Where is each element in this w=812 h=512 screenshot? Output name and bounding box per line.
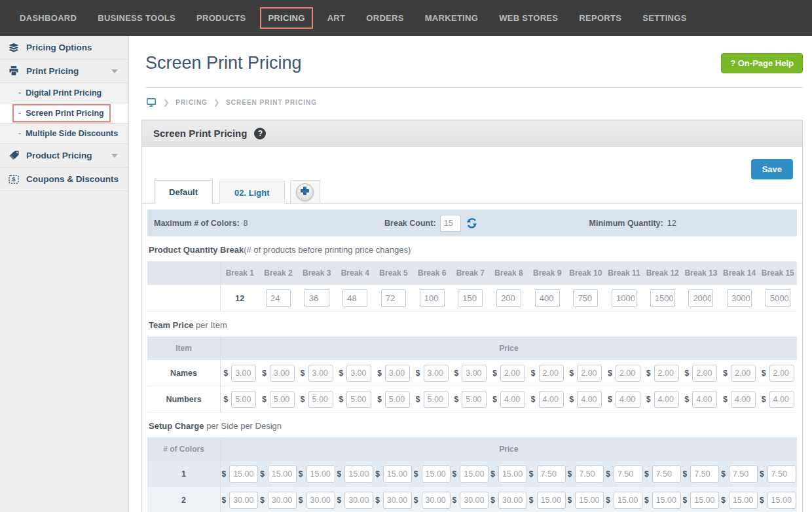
1-price-5-input[interactable] xyxy=(383,466,412,483)
numbers-price-15-input[interactable] xyxy=(769,391,794,408)
nav-item-marketing[interactable]: MARKETING xyxy=(415,7,489,29)
names-price-13-input[interactable] xyxy=(692,365,717,382)
1-price-9-input[interactable] xyxy=(537,466,566,483)
break-9-input[interactable] xyxy=(535,289,560,307)
numbers-price-2-input[interactable] xyxy=(270,391,295,408)
sidebar-item-digital-print-pricing[interactable]: -Digital Print Pricing xyxy=(0,83,128,103)
nav-item-dashboard[interactable]: DASHBOARD xyxy=(9,7,87,29)
tab-default[interactable]: Default xyxy=(154,180,213,204)
sidebar-item-coupons-discounts[interactable]: $Coupons & Discounts xyxy=(0,168,128,191)
names-price-10-input[interactable] xyxy=(577,365,602,382)
break-11-input[interactable] xyxy=(612,289,637,307)
break-8-input[interactable] xyxy=(496,289,521,307)
nav-item-business-tools[interactable]: BUSINESS TOOLS xyxy=(87,7,186,29)
numbers-price-12-input[interactable] xyxy=(654,391,679,408)
2-price-13-input[interactable] xyxy=(690,492,719,509)
chevron-down-icon[interactable] xyxy=(111,69,120,73)
numbers-price-7-input[interactable] xyxy=(462,391,487,408)
nav-item-products[interactable]: PRODUCTS xyxy=(186,7,256,29)
break-5-input[interactable] xyxy=(381,289,406,307)
2-price-9-input[interactable] xyxy=(537,492,566,509)
tab-02-light[interactable]: 02. Light xyxy=(219,181,284,204)
2-price-5-input[interactable] xyxy=(383,492,412,509)
2-price-3-input[interactable] xyxy=(306,492,335,509)
2-price-8-input[interactable] xyxy=(498,492,527,509)
2-price-2-input[interactable] xyxy=(268,492,297,509)
numbers-price-9-input[interactable] xyxy=(539,391,564,408)
numbers-price-11-input[interactable] xyxy=(616,391,640,408)
sidebar-item-print-pricing[interactable]: Print Pricing xyxy=(0,60,128,83)
nav-item-reports[interactable]: REPORTS xyxy=(568,7,632,29)
1-price-1-input[interactable] xyxy=(229,466,258,483)
1-price-10-input[interactable] xyxy=(575,466,604,483)
numbers-price-5-input[interactable] xyxy=(385,391,410,408)
numbers-price-4-input[interactable] xyxy=(346,391,371,408)
save-button[interactable]: Save xyxy=(751,159,793,179)
1-price-8-input[interactable] xyxy=(498,466,527,483)
names-price-7-input[interactable] xyxy=(462,365,487,382)
1-price-12-input[interactable] xyxy=(652,466,681,483)
breadcrumb-item-pricing[interactable]: PRICING xyxy=(175,99,208,106)
names-price-14-input[interactable] xyxy=(731,365,756,382)
2-price-14-input[interactable] xyxy=(729,492,758,509)
1-price-6-input[interactable] xyxy=(422,466,451,483)
break-6-input[interactable] xyxy=(420,289,445,307)
nav-item-web-stores[interactable]: WEB STORES xyxy=(489,7,568,29)
2-price-4-input[interactable] xyxy=(344,492,373,509)
chevron-down-icon[interactable] xyxy=(111,154,120,158)
names-price-8-input[interactable] xyxy=(500,365,525,382)
sidebar-item-product-pricing[interactable]: Product Pricing xyxy=(0,144,128,168)
refresh-icon[interactable] xyxy=(466,217,477,229)
help-question-icon[interactable]: ? xyxy=(254,128,266,139)
names-price-12-input[interactable] xyxy=(654,365,679,382)
break-4-input[interactable] xyxy=(342,289,367,307)
names-price-4-input[interactable] xyxy=(346,365,371,382)
break-13-input[interactable] xyxy=(688,289,713,307)
sidebar-item-multiple-side-discounts[interactable]: -Multiple Side Discounts xyxy=(0,124,128,144)
names-price-11-input[interactable] xyxy=(616,365,640,382)
numbers-price-10-input[interactable] xyxy=(577,391,602,408)
sidebar-item-screen-print-pricing[interactable]: -Screen Print Pricing xyxy=(0,103,128,124)
break-count-input[interactable] xyxy=(440,215,461,232)
1-price-2-input[interactable] xyxy=(268,466,297,483)
names-price-3-input[interactable] xyxy=(308,365,333,382)
breadcrumb-item-screen-print-pricing[interactable]: SCREEN PRINT PRICING xyxy=(226,99,317,106)
monitor-icon[interactable] xyxy=(145,98,157,107)
nav-item-settings[interactable]: SETTINGS xyxy=(632,7,697,29)
names-price-6-input[interactable] xyxy=(424,365,449,382)
names-price-9-input[interactable] xyxy=(539,365,564,382)
break-15-input[interactable] xyxy=(766,289,790,307)
break-3-input[interactable] xyxy=(304,289,329,307)
add-pricing-tab-button[interactable] xyxy=(296,183,314,201)
2-price-6-input[interactable] xyxy=(422,492,451,509)
2-price-1-input[interactable] xyxy=(229,492,258,509)
1-price-4-input[interactable] xyxy=(344,466,373,483)
numbers-price-3-input[interactable] xyxy=(308,391,333,408)
2-price-11-input[interactable] xyxy=(614,492,642,509)
numbers-price-1-input[interactable] xyxy=(231,391,256,408)
sidebar-item-pricing-options[interactable]: Pricing Options xyxy=(0,36,128,60)
names-price-5-input[interactable] xyxy=(385,365,410,382)
numbers-price-14-input[interactable] xyxy=(731,391,756,408)
1-price-15-input[interactable] xyxy=(767,466,796,483)
break-10-input[interactable] xyxy=(573,289,598,307)
2-price-7-input[interactable] xyxy=(460,492,489,509)
names-price-15-input[interactable] xyxy=(769,365,794,382)
break-7-input[interactable] xyxy=(458,289,483,307)
2-price-12-input[interactable] xyxy=(652,492,681,509)
on-page-help-button[interactable]: ? On-Page Help xyxy=(721,53,803,73)
names-price-2-input[interactable] xyxy=(270,365,295,382)
nav-item-art[interactable]: ART xyxy=(317,7,356,29)
numbers-price-8-input[interactable] xyxy=(500,391,525,408)
nav-item-pricing[interactable]: PRICING xyxy=(260,7,312,29)
1-price-3-input[interactable] xyxy=(306,466,335,483)
1-price-14-input[interactable] xyxy=(729,466,758,483)
break-2-input[interactable] xyxy=(266,289,291,307)
break-14-input[interactable] xyxy=(727,289,752,307)
numbers-price-13-input[interactable] xyxy=(692,391,717,408)
break-12-input[interactable] xyxy=(650,289,675,307)
names-price-1-input[interactable] xyxy=(231,365,256,382)
1-price-11-input[interactable] xyxy=(614,466,642,483)
2-price-10-input[interactable] xyxy=(575,492,604,509)
nav-item-orders[interactable]: ORDERS xyxy=(356,7,414,29)
